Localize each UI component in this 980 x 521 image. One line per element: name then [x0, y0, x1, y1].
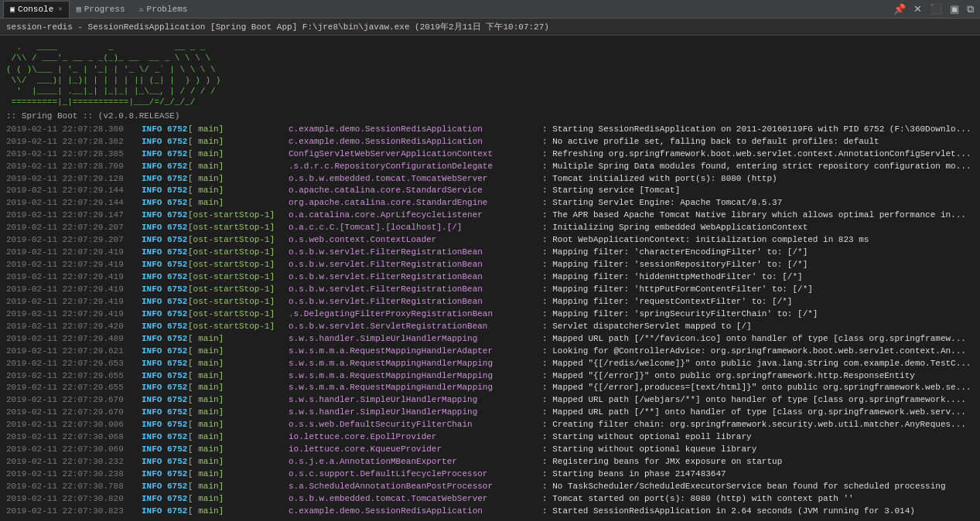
log-message: : Starting without optional epoll librar…	[542, 431, 752, 444]
log-thread: [ost-startStop-1]	[188, 321, 289, 333]
log-level: INFO 6752	[142, 308, 188, 321]
log-thread: [ost-startStop-1]	[188, 209, 289, 222]
log-thread: [ main]	[188, 419, 289, 431]
log-row: 2019-02-11 22:07:30.238 INFO 6752 [ main…	[0, 468, 980, 481]
log-time: 2019-02-11 22:07:28.709	[6, 161, 142, 173]
log-thread: [ main]	[188, 173, 289, 186]
log-thread: [ main]	[188, 382, 289, 394]
log-level: INFO 6752	[142, 431, 188, 444]
log-time: 2019-02-11 22:07:29.419	[6, 247, 142, 259]
log-thread: [ost-startStop-1]	[188, 284, 289, 296]
log-message: : Creating filter chain: org.springframe…	[542, 419, 966, 431]
tab-console[interactable]: ▣ Console ✕	[3, 1, 70, 18]
log-time: 2019-02-11 22:07:29.420	[6, 321, 142, 333]
disconnect-button[interactable]: ⬛	[927, 2, 945, 15]
log-thread: [ost-startStop-1]	[188, 234, 289, 247]
log-row: 2019-02-11 22:07:29.207 INFO 6752 [ost-s…	[0, 222, 980, 234]
log-time: 2019-02-11 22:07:29.621	[6, 346, 142, 358]
log-class: o.a.catalina.core.AprLifecycleListener	[289, 209, 536, 222]
log-row: 2019-02-11 22:07:29.655 INFO 6752 [ main…	[0, 382, 980, 394]
console-view-button[interactable]: ▣	[947, 2, 962, 15]
log-row: 2019-02-11 22:07:30.068 INFO 6752 [ main…	[0, 431, 980, 444]
log-thread: [ main]	[188, 136, 289, 148]
log-class: o.s.b.w.servlet.FilterRegistrationBean	[289, 284, 536, 296]
log-row: 2019-02-11 22:07:29.655 INFO 6752 [ main…	[0, 370, 980, 383]
log-row: 2019-02-11 22:07:30.823 INFO 6752 [ main…	[0, 506, 980, 518]
log-level: INFO 6752	[142, 481, 188, 493]
log-class: .s.d.r.c.RepositoryConfigurationDelegate	[289, 161, 536, 173]
log-message: : Starting beans in phase 2147483647	[542, 468, 726, 481]
log-level: INFO 6752	[142, 296, 188, 308]
spring-logo: . ____ _ __ _ _ /\\ / ___'_ __ _ _(_)_ _…	[0, 39, 980, 111]
log-row: 2019-02-11 22:07:29.207 INFO 6752 [ost-s…	[0, 234, 980, 247]
console-area[interactable]: . ____ _ __ _ _ /\\ / ___'_ __ _ _(_)_ _…	[0, 36, 980, 519]
log-thread: [ main]	[188, 346, 289, 358]
log-row: 2019-02-11 22:07:29.147 INFO 6752 [ost-s…	[0, 209, 980, 222]
pin-button[interactable]: 📌	[890, 2, 909, 15]
log-row: 2019-02-11 22:07:29.144 INFO 6752 [ main…	[0, 197, 980, 209]
log-row: 2019-02-11 22:07:29.128 INFO 6752 [ main…	[0, 173, 980, 186]
tab-progress[interactable]: ▤ Progress	[70, 1, 132, 18]
log-message: : Mapped URL path [/**/favicon.ico] onto…	[542, 333, 966, 346]
log-message: : Tomcat initialized with port(s): 8080 …	[542, 173, 777, 186]
log-thread: [ main]	[188, 333, 289, 346]
log-message: : Refreshing org.springframework.boot.we…	[542, 148, 971, 161]
log-message: : Mapping filter: 'characterEncodingFilt…	[542, 247, 808, 259]
log-row: 2019-02-11 22:07:29.420 INFO 6752 [ost-s…	[0, 321, 980, 333]
log-level: INFO 6752	[142, 259, 188, 271]
log-row: 2019-02-11 22:07:28.360 INFO 6752 [ main…	[0, 124, 980, 136]
log-time: 2019-02-11 22:07:29.147	[6, 209, 142, 222]
log-level: INFO 6752	[142, 493, 188, 506]
log-message: : Tomcat started on port(s): 8080 (http)…	[542, 493, 854, 506]
log-message: : Mapped "{[/error]}" onto public org.sp…	[542, 370, 915, 383]
tab-problems[interactable]: ⚠ Problems	[132, 1, 195, 18]
log-time: 2019-02-11 22:07:29.128	[6, 173, 142, 186]
log-row: 2019-02-11 22:07:28.709 INFO 6752 [ main…	[0, 161, 980, 173]
log-message: : Mapping filter: 'hiddenHttpMethodFilte…	[542, 271, 803, 284]
problems-icon: ⚠	[139, 5, 144, 14]
log-message: : Starting service [Tomcat]	[542, 185, 680, 197]
log-class: .s.DelegatingFilterProxyRegistrationBean	[289, 308, 536, 321]
log-level: INFO 6752	[142, 358, 188, 370]
log-thread: [ main]	[188, 468, 289, 481]
log-time: 2019-02-11 22:07:30.232	[6, 456, 142, 468]
log-row: 2019-02-11 22:07:28.362 INFO 6752 [ main…	[0, 136, 980, 148]
tab-console-close[interactable]: ✕	[58, 5, 62, 13]
log-class: o.s.j.e.a.AnnotationMBeanExporter	[289, 456, 536, 468]
log-row: 2019-02-11 22:07:29.670 INFO 6752 [ main…	[0, 394, 980, 407]
log-level: INFO 6752	[142, 456, 188, 468]
log-row: 2019-02-11 22:07:29.621 INFO 6752 [ main…	[0, 346, 980, 358]
log-level: INFO 6752	[142, 468, 188, 481]
log-class: s.w.s.handler.SimpleUrlHandlerMapping	[289, 394, 536, 407]
log-thread: [ main]	[188, 481, 289, 493]
log-message: : Mapping filter: 'sessionRepositoryFilt…	[542, 259, 808, 271]
log-class: s.w.s.m.m.a.RequestMappingHandlerMapping	[289, 358, 536, 370]
log-class: s.a.ScheduledAnnotationBeanPostProcessor	[289, 481, 536, 493]
view-menu-button[interactable]: ⧉	[964, 2, 977, 15]
log-level: INFO 6752	[142, 234, 188, 247]
log-class: io.lettuce.core.EpollProvider	[289, 431, 536, 444]
log-row: 2019-02-11 22:07:29.419 INFO 6752 [ost-s…	[0, 259, 980, 271]
log-row: 2019-02-11 22:07:30.069 INFO 6752 [ main…	[0, 444, 980, 456]
log-row: 2019-02-11 22:07:29.419 INFO 6752 [ost-s…	[0, 247, 980, 259]
log-row: 2019-02-11 22:07:29.419 INFO 6752 [ost-s…	[0, 284, 980, 296]
tab-bar: ▣ Console ✕ ▤ Progress ⚠ Problems 📌 ✕ ⬛ …	[0, 0, 980, 19]
log-level: INFO 6752	[142, 394, 188, 407]
log-thread: [ main]	[188, 493, 289, 506]
log-message: : Registering beans for JMX exposure on …	[542, 456, 782, 468]
log-thread: [ main]	[188, 431, 289, 444]
tab-problems-label: Problems	[147, 5, 188, 14]
log-message: : Starting Servlet Engine: Apache Tomcat…	[542, 197, 782, 209]
log-class: ConfigServletWebServerApplicationContext	[289, 148, 536, 161]
log-thread: [ main]	[188, 506, 289, 518]
log-message: : Mapping filter: 'requestContextFilter'…	[542, 296, 792, 308]
log-level: INFO 6752	[142, 284, 188, 296]
log-row: 2019-02-11 22:07:29.419 INFO 6752 [ost-s…	[0, 296, 980, 308]
log-row: 2019-02-11 22:07:29.670 INFO 6752 [ main…	[0, 407, 980, 419]
log-time: 2019-02-11 22:07:30.069	[6, 444, 142, 456]
log-time: 2019-02-11 22:07:29.655	[6, 382, 142, 394]
log-level: INFO 6752	[142, 173, 188, 186]
log-class: o.a.c.c.C.[Tomcat].[localhost].[/]	[289, 222, 536, 234]
progress-icon: ▤	[77, 5, 81, 14]
stop-button[interactable]: ✕	[910, 2, 925, 15]
